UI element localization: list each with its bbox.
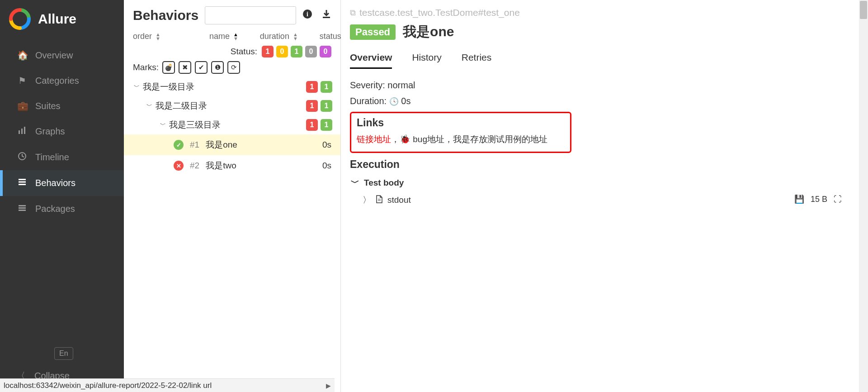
svg-rect-4 — [19, 179, 26, 180]
status-passed-badge[interactable]: 1 — [291, 46, 302, 57]
panel-title: Behaviors — [133, 8, 198, 23]
mark-new-button[interactable]: ❶ — [211, 61, 224, 74]
severity-value: normal — [387, 80, 415, 90]
chevron-right-icon: ▶ — [326, 382, 331, 389]
svg-rect-8 — [19, 207, 26, 209]
links-title: Links — [357, 117, 565, 129]
scrollbar-thumb[interactable] — [860, 1, 867, 19]
severity-row: Severity: normal — [350, 77, 855, 93]
status-unknown-badge[interactable]: 0 — [320, 46, 331, 57]
tree-label: 我是一级目录 — [143, 81, 194, 93]
test-name: 我是one — [206, 139, 237, 151]
status-label: Status: — [231, 47, 257, 57]
mark-retry-button[interactable]: ⟳ — [227, 61, 240, 74]
nav-behaviors[interactable]: Behaviors — [0, 170, 124, 196]
chevron-down-icon: ﹀ — [146, 102, 153, 110]
briefcase-icon: 💼 — [17, 100, 27, 111]
col-name[interactable]: name▲▼ — [209, 32, 238, 41]
download-icon[interactable] — [321, 9, 331, 22]
fail-count: 1 — [306, 81, 318, 93]
duration-value: 0s — [401, 96, 410, 106]
mark-flaky-button[interactable]: 💣 — [162, 61, 175, 74]
nav-label: Categories — [35, 76, 79, 86]
status-badge: Passed — [350, 24, 396, 40]
svg-text:i: i — [307, 11, 308, 18]
scrollbar[interactable] — [859, 0, 868, 392]
stdout-size: 15 B — [811, 195, 827, 204]
tab-retries[interactable]: Retries — [462, 49, 492, 69]
sidebar: Allure 🏠Overview ⚑Categories 💼Suites Gra… — [0, 0, 124, 392]
link-bug[interactable]: bug地址 — [413, 134, 444, 144]
nav-label: Suites — [35, 101, 61, 111]
clock-icon: 🕓 — [389, 97, 399, 106]
test-number: #1 — [190, 140, 199, 150]
browser-statusbar: localhost:63342/weixin_api/allure-report… — [0, 378, 335, 392]
save-icon[interactable]: 💾 — [794, 194, 804, 204]
tree-node-l3[interactable]: ﹀ 我是三级目录 11 — [124, 115, 340, 134]
info-icon[interactable]: i — [302, 9, 312, 22]
tree-node-l1[interactable]: ﹀ 我是一级目录 11 — [124, 77, 340, 96]
copy-icon[interactable]: ⧉ — [350, 8, 356, 18]
test-item-1[interactable]: ✓ #1 我是one 0s — [124, 134, 340, 155]
search-input[interactable] — [205, 6, 296, 24]
chart-bar-icon — [17, 126, 27, 137]
svg-rect-5 — [19, 182, 26, 183]
nav-list: 🏠Overview ⚑Categories 💼Suites Graphs Tim… — [0, 43, 124, 339]
list-icon — [17, 177, 27, 189]
nav-packages[interactable]: Packages — [0, 196, 124, 222]
passed-icon: ✓ — [174, 140, 184, 150]
status-broken-badge[interactable]: 0 — [276, 46, 288, 57]
layers-icon — [17, 203, 27, 215]
chevron-right-icon: 〉 — [363, 194, 371, 206]
col-duration[interactable]: duration▲▼ — [260, 32, 298, 41]
tree-label: 我是三级目录 — [169, 119, 221, 131]
chevron-down-icon: ﹀ — [160, 121, 166, 129]
col-order[interactable]: order▲▼ — [133, 32, 160, 41]
stdout-toggle[interactable]: 〉 stdout — [350, 189, 855, 206]
nav-graphs[interactable]: Graphs — [0, 119, 124, 144]
pass-count: 1 — [321, 81, 332, 93]
nav-label: Timeline — [35, 152, 69, 163]
status-url: localhost:63342/weixin_api/allure-report… — [4, 381, 212, 390]
col-status[interactable]: status — [320, 32, 341, 41]
nav-label: Packages — [35, 204, 75, 214]
execution-title: Execution — [350, 158, 855, 171]
file-icon — [376, 195, 383, 206]
logo[interactable]: Allure — [0, 0, 124, 43]
tab-overview[interactable]: Overview — [350, 49, 392, 69]
tree-node-l2[interactable]: ﹀ 我是二级目录 11 — [124, 96, 340, 115]
pass-count: 1 — [321, 119, 332, 131]
status-skipped-badge[interactable]: 0 — [305, 46, 317, 57]
behaviors-panel: Behaviors i order▲▼ name▲▼ duration▲▼ st… — [124, 0, 341, 392]
tree-label: 我是二级目录 — [156, 100, 207, 112]
app-name: Allure — [38, 11, 76, 27]
test-detail: ⧉ testcase.test_two.TestDome#test_one Pa… — [341, 0, 868, 392]
tree: ﹀ 我是一级目录 11 ﹀ 我是二级目录 11 ﹀ 我是三级目录 11 ✓ #1… — [124, 77, 340, 176]
mark-check-button[interactable]: ✔ — [195, 61, 208, 74]
language-selector[interactable]: En — [54, 347, 73, 360]
chevron-down-icon: ﹀ — [134, 83, 140, 91]
fullscreen-icon[interactable]: ⛶ — [834, 195, 842, 204]
svg-rect-1 — [21, 129, 23, 134]
nav-categories[interactable]: ⚑Categories — [0, 68, 124, 93]
test-body-toggle[interactable]: ﹀ Test body — [350, 177, 855, 189]
duration-row: Duration: 🕓 0s — [350, 93, 855, 109]
bug-icon: 🐞 — [400, 134, 413, 144]
nav-label: Graphs — [35, 126, 65, 137]
nav-suites[interactable]: 💼Suites — [0, 93, 124, 119]
status-failed-badge[interactable]: 1 — [262, 46, 274, 57]
nav-timeline[interactable]: Timeline — [0, 144, 124, 170]
test-duration: 0s — [322, 140, 331, 150]
mark-clear-button[interactable]: ✖ — [179, 61, 191, 74]
test-item-2[interactable]: ✕ #2 我是two 0s — [124, 155, 340, 176]
pass-count: 1 — [321, 100, 332, 112]
nav-overview[interactable]: 🏠Overview — [0, 43, 124, 68]
link-testcase[interactable]: 我是存放测试用例的地址 — [453, 134, 547, 144]
svg-rect-0 — [19, 130, 20, 134]
test-number: #2 — [190, 161, 199, 171]
marks-label: Marks: — [133, 62, 159, 72]
link-url[interactable]: 链接地址 — [357, 134, 391, 144]
tab-history[interactable]: History — [412, 49, 441, 69]
nav-label: Behaviors — [35, 178, 75, 188]
fail-count: 1 — [306, 119, 318, 131]
